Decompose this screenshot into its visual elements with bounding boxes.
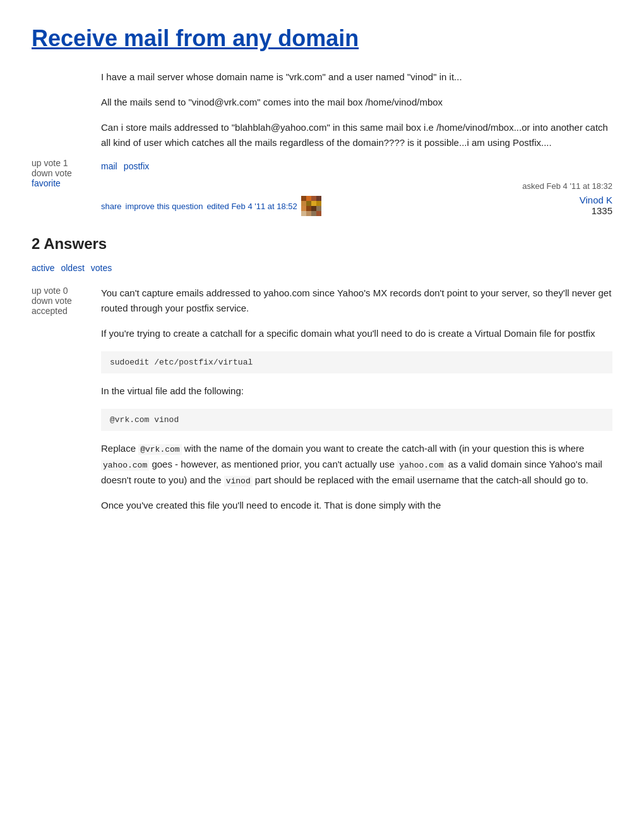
question-content: I have a mail server whose domain name i… <box>101 70 612 216</box>
asked-text: asked Feb 4 '11 at 18:32 <box>522 181 612 191</box>
answer-vote-section: up vote 0 down vote accepted <box>32 286 101 523</box>
favorite-link[interactable]: favorite <box>32 178 61 188</box>
avatar-cell <box>311 196 316 201</box>
avatar-cell <box>301 201 306 206</box>
avatar-cell <box>306 206 311 211</box>
question-para-1: I have a mail server whose domain name i… <box>101 70 612 85</box>
question-section: up vote 1 down vote favorite I have a ma… <box>32 70 612 216</box>
question-tags: mail postfix <box>101 160 612 171</box>
question-actions: share improve this question edited Feb 4… <box>101 196 321 216</box>
avatar-cell <box>311 201 316 206</box>
avatar-cell <box>306 211 311 216</box>
avatar <box>301 196 321 216</box>
avatar-cell <box>301 206 306 211</box>
answer-item: up vote 0 down vote accepted You can't c… <box>32 286 612 523</box>
inline-code-yahoo1: yahoo.com <box>101 460 149 471</box>
avatar-cell <box>316 196 321 201</box>
sort-active[interactable]: active <box>32 263 55 273</box>
answers-section: 2 Answers active oldest votes up vote 0 … <box>32 235 612 523</box>
inline-code-vinod: vinod <box>224 476 253 486</box>
tag-mail[interactable]: mail <box>101 161 117 171</box>
avatar-cell <box>301 211 306 216</box>
edited-link[interactable]: edited Feb 4 '11 at 18:52 <box>206 202 297 211</box>
answer-para-2: If you're trying to create a catchall fo… <box>101 326 612 341</box>
improve-link[interactable]: improve this question <box>126 202 203 211</box>
vote-up-label[interactable]: up vote 1 <box>32 158 68 168</box>
user-info: Vinod K 1335 <box>522 195 612 216</box>
answer-replace-para: Replace @vrk.com with the name of the do… <box>101 441 612 488</box>
question-para-3: Can i store mails addressed to "blahblah… <box>101 120 612 150</box>
avatar-cell <box>316 201 321 206</box>
avatar-cell <box>311 211 316 216</box>
share-link[interactable]: share <box>101 202 122 211</box>
tag-postfix[interactable]: postfix <box>124 161 149 171</box>
answer-mid-text: In the virtual file add the following: <box>101 384 612 399</box>
answer-code-1: sudoedit /etc/postfix/virtual <box>101 351 612 373</box>
sort-links: active oldest votes <box>32 263 612 273</box>
answer-vote-up[interactable]: up vote 0 <box>32 286 68 296</box>
avatar-cell <box>306 196 311 201</box>
answer-para-1: You can't capture emails addressed to ya… <box>101 286 612 316</box>
answer-content: You can't capture emails addressed to ya… <box>101 286 612 523</box>
vote-down-label[interactable]: down vote <box>32 168 72 178</box>
answer-vote-down[interactable]: down vote <box>32 296 72 306</box>
question-vote-section: up vote 1 down vote favorite <box>32 70 101 216</box>
sort-oldest[interactable]: oldest <box>61 263 84 273</box>
answers-title: 2 Answers <box>32 235 612 253</box>
inline-code-vrk: @vrk.com <box>138 444 181 455</box>
avatar-cell <box>311 206 316 211</box>
user-rep: 1335 <box>592 205 612 216</box>
answer-para-last: Once you've created this file you'll nee… <box>101 498 612 513</box>
answer-accepted: accepted <box>32 306 68 316</box>
avatar-cell <box>306 201 311 206</box>
question-para-2: All the mails send to "vinod@vrk.com" co… <box>101 95 612 110</box>
question-meta: asked Feb 4 '11 at 18:32 Vinod K 1335 <box>522 181 612 216</box>
answer-code-2: @vrk.com vinod <box>101 409 612 431</box>
avatar-cell <box>301 196 306 201</box>
avatar-cell <box>316 211 321 216</box>
avatar-cell <box>316 206 321 211</box>
inline-code-yahoo2: yahoo.com <box>397 460 445 471</box>
sort-votes[interactable]: votes <box>91 263 112 273</box>
page-title[interactable]: Receive mail from any domain <box>32 25 612 52</box>
username[interactable]: Vinod K <box>580 195 612 205</box>
